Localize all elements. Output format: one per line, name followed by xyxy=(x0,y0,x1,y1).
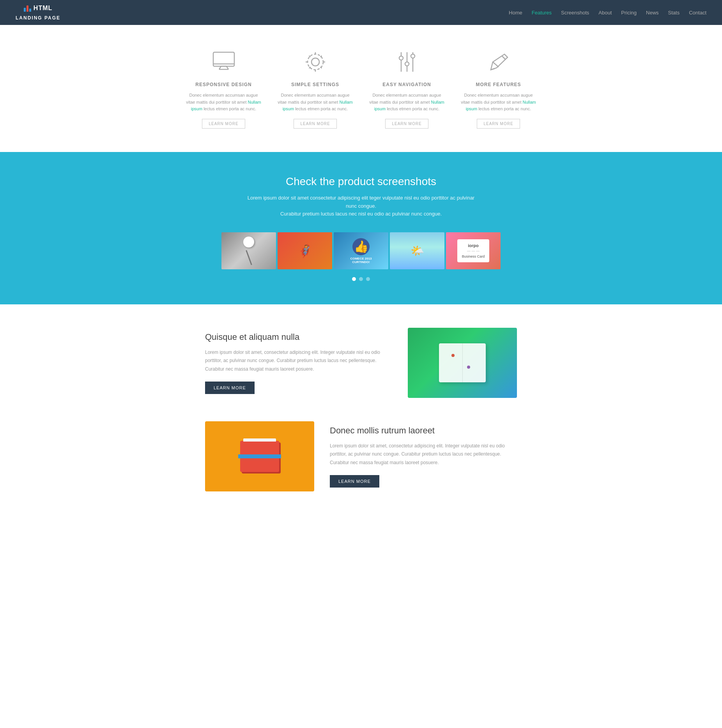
brand-landing-page: LANDING PAGE xyxy=(16,16,60,21)
feature-settings-desc: Donec elementum accumsan augue vitae mat… xyxy=(277,92,353,113)
content-desc-1: Lorem ipsum dolor sit amet, consectetur … xyxy=(205,348,392,374)
svg-point-11 xyxy=(399,56,403,60)
features-section: RESPONSIVE DESIGN Donec elementum accums… xyxy=(0,25,722,152)
content-text-2: Donec mollis rutrum laoreet Lorem ipsum … xyxy=(330,426,517,488)
content-title-2: Donec mollis rutrum laoreet xyxy=(330,426,517,436)
nav-news[interactable]: News xyxy=(646,10,659,16)
nav-about[interactable]: About xyxy=(598,10,612,16)
wallet-pages xyxy=(243,438,276,442)
nav-home[interactable]: Home xyxy=(509,10,522,16)
svg-line-15 xyxy=(502,56,505,59)
map-fold xyxy=(439,343,486,382)
content-image-wallet xyxy=(205,421,314,491)
screenshots-subtext: Lorem ipsum dolor sit amet consectetur a… xyxy=(244,194,478,218)
feature-navigation: EASY NAVIGATION Donec elementum accumsan… xyxy=(369,48,445,129)
gear-icon xyxy=(302,48,329,76)
carousel-dot-2[interactable] xyxy=(359,277,363,281)
nav-features[interactable]: Features xyxy=(532,10,552,16)
svg-line-14 xyxy=(493,62,499,67)
content-image-map xyxy=(408,328,517,398)
wallet-body xyxy=(240,441,279,472)
monitor-icon xyxy=(210,48,237,76)
screenshot-thumb-1[interactable] xyxy=(221,232,276,269)
content-text-1: Quisque et aliquam nulla Lorem ipsum dol… xyxy=(205,332,392,394)
bar-3 xyxy=(29,9,31,12)
feature-more-btn[interactable]: LEARN MORE xyxy=(477,119,520,129)
feature-more-title: MORE FEATURES xyxy=(460,82,536,87)
brand-html: HTML xyxy=(34,5,52,12)
feature-settings: SIMPLE SETTINGS Donec elementum accumsan… xyxy=(277,48,353,129)
sliders-icon xyxy=(393,48,421,76)
nav-screenshots[interactable]: Screenshots xyxy=(561,10,589,16)
nav-contact[interactable]: Contact xyxy=(689,10,706,16)
screenshot-thumb-2[interactable]: 🦸 xyxy=(278,232,332,269)
feature-more: MORE FEATURES Donec elementum accumsan a… xyxy=(460,48,536,129)
content-desc-2: Lorem ipsum dolor sit amet, consectetur … xyxy=(330,442,517,467)
pencil-icon xyxy=(485,48,512,76)
feature-navigation-desc: Donec elementum accumsan augue vitae mat… xyxy=(369,92,445,113)
content-btn-1[interactable]: LEARN MORE xyxy=(205,382,255,394)
content-title-1: Quisque et aliquam nulla xyxy=(205,332,392,342)
carousel-dot-1[interactable] xyxy=(352,277,356,281)
screenshots-heading: Check the product screenshots xyxy=(16,175,706,188)
feature-responsive-title: RESPONSIVE DESIGN xyxy=(186,82,262,87)
screenshot-thumb-4[interactable]: 🌤️ xyxy=(390,232,444,269)
feature-navigation-btn[interactable]: LEARN MORE xyxy=(385,119,428,129)
screenshots-section: Check the product screenshots Lorem ipsu… xyxy=(0,152,722,304)
svg-point-13 xyxy=(411,54,415,58)
bar-2 xyxy=(27,5,28,12)
features-grid: RESPONSIVE DESIGN Donec elementum accums… xyxy=(186,48,536,129)
nav-stats[interactable]: Stats xyxy=(668,10,680,16)
feature-settings-title: SIMPLE SETTINGS xyxy=(277,82,353,87)
navbar: HTML LANDING PAGE Home Features Screensh… xyxy=(0,0,722,25)
brand-logo: HTML LANDING PAGE xyxy=(16,4,60,21)
bar-1 xyxy=(24,8,26,12)
nav-pricing[interactable]: Pricing xyxy=(621,10,637,16)
screenshots-carousel: 🦸 👍 COMECE 2013CURTINDO! 🌤️ iorpo — — — … xyxy=(16,232,706,269)
brand-bars-icon xyxy=(24,4,31,12)
feature-responsive-btn[interactable]: LEARN MORE xyxy=(202,119,245,129)
feature-navigation-title: EASY NAVIGATION xyxy=(369,82,445,87)
content-section: Quisque et aliquam nulla Lorem ipsum dol… xyxy=(0,304,722,538)
content-btn-2[interactable]: LEARN MORE xyxy=(330,475,379,488)
feature-responsive-desc: Donec elementum accumsan augue vitae mat… xyxy=(186,92,262,113)
carousel-dots xyxy=(16,277,706,281)
nav-menu: Home Features Screenshots About Pricing … xyxy=(509,9,706,16)
feature-responsive: RESPONSIVE DESIGN Donec elementum accums… xyxy=(186,48,262,129)
content-block-2: Donec mollis rutrum laoreet Lorem ipsum … xyxy=(205,421,517,491)
screenshot-thumb-3[interactable]: 👍 COMECE 2013CURTINDO! xyxy=(334,232,388,269)
svg-point-6 xyxy=(311,58,319,66)
screenshot-thumb-5[interactable]: iorpo — — — Business Card xyxy=(446,232,501,269)
svg-point-12 xyxy=(405,62,409,66)
feature-settings-btn[interactable]: LEARN MORE xyxy=(294,119,336,129)
map-pin-purple xyxy=(466,365,471,369)
wallet-band xyxy=(238,454,281,458)
map-pin-red xyxy=(451,353,455,358)
content-block-1: Quisque et aliquam nulla Lorem ipsum dol… xyxy=(205,328,517,398)
carousel-dot-3[interactable] xyxy=(366,277,370,281)
feature-more-desc: Donec elementum accumsan augue vitae mat… xyxy=(460,92,536,113)
